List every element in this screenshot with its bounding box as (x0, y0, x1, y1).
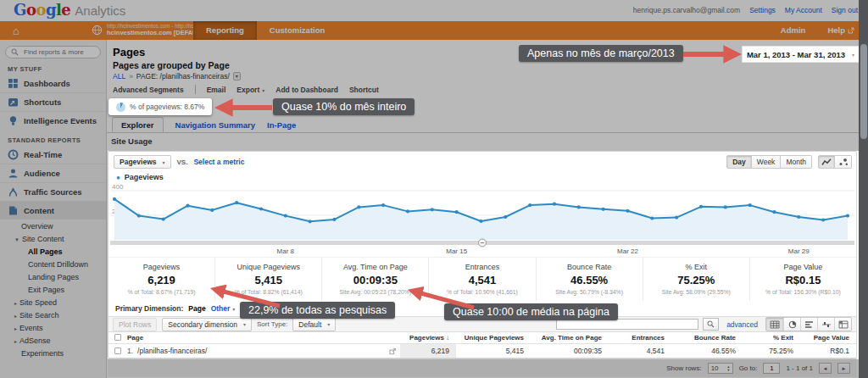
select-all-checkbox[interactable] (114, 334, 121, 341)
breadcrumb-all-link[interactable]: ALL (113, 72, 125, 81)
primary-dimension-page[interactable]: Page (188, 304, 205, 313)
sidebar-item-content-drilldown[interactable]: Content Drilldown (0, 258, 106, 270)
caret-down-icon: ▾ (162, 159, 164, 165)
sidebar-item-exit-pages[interactable]: Exit Pages (0, 283, 106, 296)
sidebar-item-site-content[interactable]: ▼Site Content (0, 232, 106, 245)
table-row[interactable]: 1. /planilhas-financeiras/ 6,219 5,415 0… (108, 344, 856, 358)
granularity-day-button[interactable]: Day (726, 155, 752, 169)
sidebar-item-dashboards[interactable]: Dashboards (0, 75, 106, 92)
performance-view-button[interactable] (800, 318, 817, 331)
line-chart-button[interactable] (818, 155, 835, 169)
sidebar-item-content[interactable]: Content (0, 201, 106, 220)
metric-select-button[interactable]: Pageviews▾ (114, 155, 171, 169)
sidebar-item-landing-pages[interactable]: Landing Pages (0, 270, 106, 283)
column-header-pageviews[interactable]: Pageviews↓ (400, 334, 456, 342)
sidebar-item-label: Events (19, 324, 43, 332)
pivot-view-button[interactable] (834, 318, 851, 331)
prev-page-button[interactable]: ◄ (819, 363, 832, 374)
column-header-entrances[interactable]: Entrances (609, 334, 671, 342)
tab-navigation-summary[interactable]: Navigation Summary (175, 120, 256, 132)
metric-unique-pageviews[interactable]: Unique Pageviews 5,415 % of Total: 8.82%… (215, 258, 322, 301)
table-view-button[interactable] (766, 318, 783, 331)
next-page-button[interactable]: ► (837, 363, 850, 374)
sidebar-item-site-search[interactable]: ▸Site Search (0, 309, 106, 321)
tab-in-page[interactable]: In-Page (267, 120, 296, 132)
report-card: Pageviews▾ VS. Select a metric Day Week … (108, 151, 857, 359)
caret-down-icon: ▾ (327, 321, 330, 327)
export-button[interactable]: Export▾ (236, 86, 264, 94)
report-search[interactable] (5, 46, 101, 58)
sidebar-item-traffic-sources[interactable]: Traffic Sources (0, 182, 106, 201)
tab-customization[interactable]: Customization (257, 21, 337, 40)
sidebar-item-site-speed[interactable]: ▸Site Speed (0, 296, 106, 309)
clock-icon (8, 149, 19, 160)
search-input[interactable] (22, 47, 95, 57)
sort-type-button[interactable]: Default▾ (292, 318, 336, 331)
metric-pageviews[interactable]: Pageviews 6,219 % of Total: 8.67% (71,71… (108, 258, 215, 301)
breadcrumb-caret-icon[interactable]: ▾ (233, 72, 241, 81)
sidebar-item-adsense[interactable]: ▸AdSense (0, 334, 106, 347)
sidebar-item-shortcuts[interactable]: Shortcuts (0, 92, 106, 111)
section-my-stuff: MY STUFF (8, 65, 106, 73)
open-page-icon[interactable] (389, 347, 397, 355)
metric-avg-time-on-page[interactable]: Avg. Time on Page 00:09:35 Site Avg: 00:… (322, 258, 429, 301)
my-account-link[interactable]: My Account (785, 6, 822, 14)
comparison-view-button[interactable] (817, 318, 834, 331)
column-header-avg-time[interactable]: Avg. Time on Page (531, 334, 609, 342)
help-link[interactable]: Help (827, 21, 854, 40)
select-a-metric-link[interactable]: Select a metric (193, 158, 244, 166)
column-header-bounce-rate[interactable]: Bounce Rate (671, 334, 743, 342)
row-checkbox[interactable] (114, 347, 121, 354)
plot-rows-button[interactable]: Plot Rows (113, 318, 157, 331)
shortcut-button[interactable]: Shortcut (349, 86, 379, 94)
caret-open-icon: ▼ (14, 237, 19, 242)
granularity-week-button[interactable]: Week (752, 155, 782, 169)
table-search-button[interactable] (703, 318, 719, 331)
metric-entrances[interactable]: Entrances 4,541 % of Total: 10.90% (41,6… (429, 258, 536, 301)
metric-pct-exit[interactable]: % Exit 75.25% Site Avg: 58.09% (29.55%) (643, 258, 750, 301)
metric-subtext: % of Total: 10.90% (41,661) (429, 289, 535, 295)
callout-date-range: Apenas no mês de março/2013 (519, 45, 683, 62)
date-range-selector[interactable]: Mar 1, 2013 - Mar 31, 2013 ▾ (742, 46, 860, 63)
percentage-view-button[interactable] (783, 318, 800, 331)
show-rows-value: 10 (711, 364, 719, 372)
goto-page-input[interactable] (763, 363, 780, 374)
add-to-dashboard-button[interactable]: Add to Dashboard (275, 86, 338, 94)
show-rows-select[interactable]: 10 ▴▾ (708, 363, 733, 374)
column-header-pct-exit[interactable]: % Exit (743, 334, 800, 342)
column-header-page-value[interactable]: Page Value (800, 334, 856, 342)
tab-explorer[interactable]: Explorer (112, 117, 164, 132)
tab-reporting[interactable]: Reporting (193, 21, 257, 40)
pageviews-line-chart[interactable]: 200400Mar 8Mar 15Mar 22Mar 29 (110, 182, 854, 257)
admin-link[interactable]: Admin (781, 21, 806, 40)
metric-bounce-rate[interactable]: Bounce Rate 46.55% Site Avg: 50.79% (-8.… (537, 258, 643, 301)
motion-chart-button[interactable] (835, 155, 852, 169)
logo-letter: e (61, 1, 70, 19)
secondary-dimension-button[interactable]: Secondary dimension▾ (162, 318, 252, 331)
metric-page-value[interactable]: Page Value R$0.15 % of Total: 156.30% (R… (750, 258, 856, 301)
search-icon (11, 48, 19, 56)
sidebar-item-all-pages[interactable]: All Pages (0, 245, 106, 258)
advanced-search-link[interactable]: advanced (726, 320, 758, 329)
sidebar-item-events[interactable]: ▸Events (0, 321, 106, 334)
cell-entrances: 4,541 (609, 347, 671, 355)
granularity-month-button[interactable]: Month (781, 155, 812, 169)
column-header-unique-pageviews[interactable]: Unique Pageviews (456, 334, 531, 342)
home-icon[interactable]: ⌂ (5, 21, 27, 40)
sidebar: MY STUFF Dashboards Shortcuts Intelligen… (0, 40, 107, 378)
scrollbar-thumb[interactable] (860, 44, 867, 139)
email-button[interactable]: Email (207, 86, 226, 94)
sidebar-item-experiments[interactable]: Experiments (0, 347, 106, 359)
column-header-page[interactable]: Page (127, 334, 400, 342)
primary-dimension-other[interactable]: Other▾ (211, 304, 236, 313)
advanced-segments-button[interactable]: Advanced Segments (113, 86, 184, 94)
page-icon (8, 205, 19, 216)
sidebar-item-audience[interactable]: Audience (0, 164, 106, 182)
settings-link[interactable]: Settings (749, 6, 776, 14)
vertical-scrollbar[interactable] (859, 0, 868, 378)
sign-out-link[interactable]: Sign out (832, 6, 858, 14)
page-link[interactable]: /planilhas-financeiras/ (137, 347, 207, 355)
sidebar-item-overview[interactable]: Overview (0, 220, 106, 232)
sidebar-item-real-time[interactable]: Real-Time (0, 146, 106, 164)
sidebar-item-intelligence-events[interactable]: Intelligence Events (0, 111, 106, 130)
